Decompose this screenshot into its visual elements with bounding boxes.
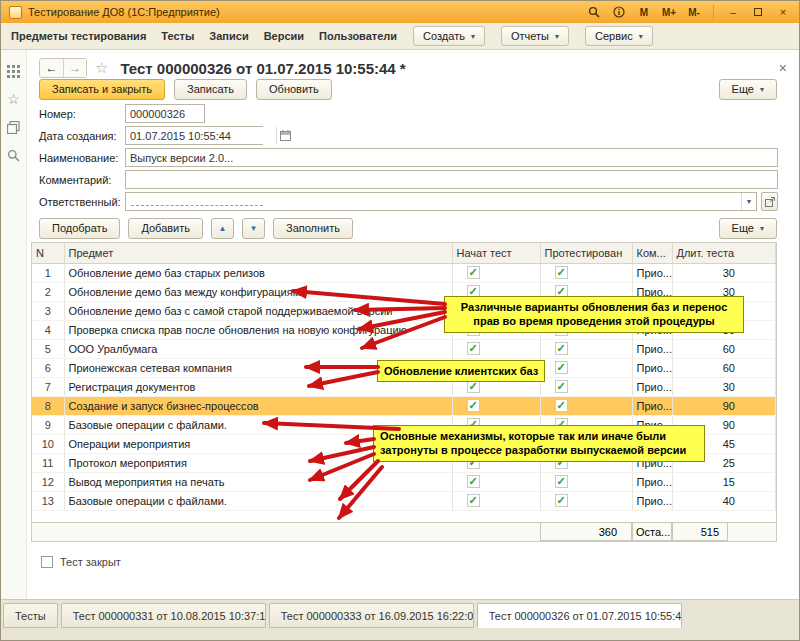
creation-date-field[interactable] bbox=[126, 127, 276, 144]
save-and-close-button[interactable]: Записать и закрыть bbox=[39, 79, 165, 100]
tested-cell[interactable]: ✓ bbox=[540, 263, 632, 282]
check-icon: ✓ bbox=[467, 494, 480, 507]
pick-button[interactable]: Подобрать bbox=[39, 218, 120, 239]
test-closed-checkbox[interactable] bbox=[41, 556, 53, 568]
tested-cell[interactable]: ✓ bbox=[540, 472, 632, 491]
responsible-field[interactable] bbox=[126, 193, 741, 210]
close-window-button[interactable]: × bbox=[775, 4, 791, 20]
table-row[interactable]: 5 ООО Уралбумага ✓ ✓ Прио... 60 bbox=[32, 339, 776, 358]
window-title: Тестирование ДО8 (1С:Предприятие) bbox=[28, 6, 220, 18]
table-row[interactable]: 12 Вывод мероприятия на печать ✓ ✓ Прио.… bbox=[32, 472, 776, 491]
window-tab[interactable]: Тест 000000331 от 10.08.2015 10:37:15 * bbox=[61, 603, 266, 628]
creation-date-wrap bbox=[125, 126, 263, 145]
history-windows-icon[interactable] bbox=[5, 118, 23, 136]
tested-cell[interactable]: ✓ bbox=[540, 491, 632, 510]
tested-cell[interactable]: ✓ bbox=[540, 358, 632, 377]
comment-label: Комментарий: bbox=[39, 174, 125, 186]
refresh-button[interactable]: Обновить bbox=[256, 79, 332, 100]
started-cell[interactable]: ✓ bbox=[452, 491, 540, 510]
name-field[interactable] bbox=[125, 148, 778, 167]
window-tab[interactable]: Тест 000000333 от 16.09.2015 16:22:02 * bbox=[269, 603, 474, 628]
subject-cell: Базовые операции с файлами. bbox=[64, 491, 452, 510]
col-n[interactable]: N bbox=[32, 243, 64, 263]
memory-m-button[interactable]: M bbox=[636, 4, 652, 20]
add-button[interactable]: Добавить bbox=[128, 218, 203, 239]
function-panel: ☆ bbox=[1, 50, 27, 599]
create-menu-button[interactable]: Создать ▾ bbox=[413, 26, 485, 46]
form-fields: Номер: Дата создания: Наименование: bbox=[27, 96, 799, 211]
menu-section-item[interactable]: Пользователи bbox=[319, 30, 397, 42]
memory-m-plus-button[interactable]: M+ bbox=[661, 4, 677, 20]
search-panel-icon[interactable] bbox=[5, 146, 23, 164]
main-menu-grid-icon[interactable] bbox=[5, 62, 23, 80]
form-header: ← → ☆ Тест 000000326 от 01.07.2015 10:55… bbox=[27, 50, 799, 74]
favorite-star-icon[interactable]: ☆ bbox=[95, 59, 108, 77]
calendar-icon[interactable] bbox=[276, 127, 293, 144]
col-comment[interactable]: Ком... bbox=[632, 243, 672, 263]
tested-cell[interactable]: ✓ bbox=[540, 377, 632, 396]
col-subject[interactable]: Предмет bbox=[64, 243, 452, 263]
maximize-button[interactable] bbox=[750, 4, 766, 20]
divider bbox=[713, 5, 714, 19]
col-tested[interactable]: Протестирован bbox=[540, 243, 632, 263]
more-button[interactable]: Еще ▾ bbox=[719, 79, 777, 100]
started-cell[interactable]: ✓ bbox=[452, 339, 540, 358]
responsible-label: Ответственный: bbox=[39, 196, 125, 208]
command-bar: Записать и закрыть Записать Обновить Еще… bbox=[27, 74, 799, 96]
started-cell[interactable]: ✓ bbox=[452, 396, 540, 415]
minimize-button[interactable]: – bbox=[725, 4, 741, 20]
forward-button[interactable]: → bbox=[63, 59, 86, 77]
choose-from-list-icon[interactable]: ▾ bbox=[741, 193, 756, 210]
move-up-icon[interactable]: ▲ bbox=[211, 218, 234, 239]
favorites-star-icon[interactable]: ☆ bbox=[5, 90, 23, 108]
comment-cell: Прио... bbox=[632, 377, 672, 396]
check-icon: ✓ bbox=[555, 361, 568, 374]
menu-section-item[interactable]: Версии bbox=[264, 30, 304, 42]
window-tab[interactable]: Тесты bbox=[3, 603, 58, 628]
menu-section-item[interactable]: Предметы тестирования bbox=[11, 30, 146, 42]
open-button[interactable] bbox=[761, 192, 778, 211]
table-row[interactable]: 13 Базовые операции с файлами. ✓ ✓ Прио.… bbox=[32, 491, 776, 510]
number-field[interactable] bbox=[125, 104, 205, 123]
row-number-cell: 6 bbox=[32, 358, 64, 377]
tested-cell[interactable]: ✓ bbox=[540, 339, 632, 358]
table-row[interactable]: 1 Обновление демо баз старых релизов ✓ ✓… bbox=[32, 263, 776, 282]
row-number-cell: 11 bbox=[32, 453, 64, 472]
comment-field[interactable] bbox=[125, 170, 778, 189]
tested-total: 360 bbox=[540, 523, 632, 541]
table-totals-row: 360 Оста... 515 bbox=[32, 522, 776, 541]
check-icon: ✓ bbox=[467, 399, 480, 412]
row-number-cell: 2 bbox=[32, 282, 64, 301]
row-number-cell: 12 bbox=[32, 472, 64, 491]
callout-core-mechanisms: Основные механизмы, которые так или инач… bbox=[373, 425, 705, 462]
app-icon bbox=[9, 6, 22, 19]
memory-m-minus-button[interactable]: M- bbox=[686, 4, 702, 20]
menu-section-item[interactable]: Записи bbox=[209, 30, 248, 42]
check-icon: ✓ bbox=[555, 342, 568, 355]
tested-cell[interactable]: ✓ bbox=[540, 396, 632, 415]
table-header: N Предмет Начат тест Протестирован Ком..… bbox=[32, 243, 776, 263]
callout-client-bases: Обновление клиентских баз bbox=[377, 360, 545, 382]
window-tab[interactable]: Тест 000000326 от 01.07.2015 10:55:44 * bbox=[477, 603, 682, 628]
save-button[interactable]: Записать bbox=[174, 79, 247, 100]
row-number-cell: 8 bbox=[32, 396, 64, 415]
menu-section-item[interactable]: Тесты bbox=[161, 30, 194, 42]
subject-cell: Обновление демо баз старых релизов bbox=[64, 263, 452, 282]
table-row[interactable]: 8 Создание и запуск бизнес-процессов ✓ ✓… bbox=[32, 396, 776, 415]
info-icon[interactable] bbox=[611, 4, 627, 20]
back-button[interactable]: ← bbox=[40, 59, 63, 77]
service-menu-button[interactable]: Сервис ▾ bbox=[585, 26, 653, 46]
search-icon[interactable] bbox=[586, 4, 602, 20]
move-down-icon[interactable]: ▼ bbox=[242, 218, 265, 239]
comment-cell: Прио... bbox=[632, 263, 672, 282]
started-cell[interactable]: ✓ bbox=[452, 263, 540, 282]
col-started[interactable]: Начат тест bbox=[452, 243, 540, 263]
close-form-icon[interactable]: × bbox=[779, 60, 789, 76]
fill-button[interactable]: Заполнить bbox=[273, 218, 353, 239]
chevron-down-icon: ▾ bbox=[760, 85, 764, 94]
row-number-cell: 1 bbox=[32, 263, 64, 282]
reports-menu-button[interactable]: Отчеты ▾ bbox=[501, 26, 569, 46]
col-duration[interactable]: Длит. теста bbox=[672, 243, 776, 263]
started-cell[interactable]: ✓ bbox=[452, 472, 540, 491]
table-more-button[interactable]: Еще ▾ bbox=[719, 218, 777, 239]
